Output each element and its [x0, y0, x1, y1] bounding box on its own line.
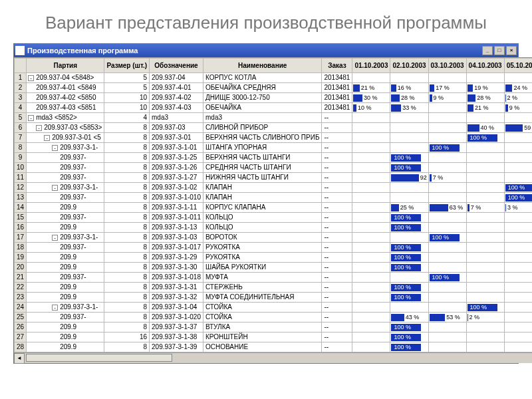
- cell-party[interactable]: 209.937-: [27, 272, 104, 282]
- cell-size[interactable]: 8: [104, 142, 150, 152]
- cell-size[interactable]: 8: [104, 232, 150, 242]
- cell-naim[interactable]: МУФТА СОЕДИНИТЕЛЬНАЯ: [203, 292, 321, 302]
- table-row[interactable]: 20209.98209.937-3-1-30ШАЙБА РУКОЯТКИ--10…: [15, 262, 533, 272]
- cell-date-0[interactable]: [352, 172, 390, 182]
- cell-date-4[interactable]: 2 %: [504, 92, 532, 102]
- table-row[interactable]: 6-209.937-03 <5853>8209.937-03СЛИВНОЙ ПР…: [15, 122, 533, 132]
- cell-naim[interactable]: ОБЕЧАЙКА СРЕДНЯЯ: [203, 82, 321, 92]
- cell-zakaz[interactable]: --: [322, 122, 352, 132]
- cell-date-4[interactable]: [504, 242, 532, 252]
- table-row[interactable]: 8-209.937-3-1-8209.937-3-1-01ШТАНГА УПОР…: [15, 142, 533, 152]
- cell-date-2[interactable]: 9 %: [428, 92, 466, 102]
- row-number[interactable]: 6: [15, 122, 27, 132]
- col-party[interactable]: Партия: [27, 58, 104, 72]
- table-row[interactable]: 16209.98209.937-3-1-13КОЛЬЦО--100 %: [15, 222, 533, 232]
- cell-zakaz[interactable]: 2013481: [322, 92, 352, 102]
- cell-date-1[interactable]: 100 %: [390, 152, 428, 162]
- cell-oboz[interactable]: 209.937-3-1-01: [150, 142, 203, 152]
- cell-date-2[interactable]: [428, 342, 466, 352]
- cell-naim[interactable]: КОЛЬЦО: [203, 222, 321, 232]
- cell-oboz[interactable]: 209.937-3-1-29: [150, 252, 203, 262]
- cell-naim[interactable]: КОЛЬЦО: [203, 212, 321, 222]
- cell-date-0[interactable]: [352, 182, 390, 192]
- cell-date-4[interactable]: [504, 252, 532, 262]
- cell-date-2[interactable]: [428, 72, 466, 82]
- cell-date-3[interactable]: 28 %: [466, 92, 504, 102]
- cell-date-3[interactable]: 100 %: [466, 132, 504, 142]
- cell-date-1[interactable]: 100 %: [390, 282, 428, 292]
- cell-date-4[interactable]: [504, 272, 532, 282]
- minimize-button[interactable]: _: [482, 46, 493, 55]
- cell-oboz[interactable]: 209.937-3-1-38: [150, 332, 203, 342]
- cell-naim[interactable]: СЛИВНОЙ ПРИБОР: [203, 122, 321, 132]
- table-row[interactable]: 5-mda3 <5852>4mda3mda3--: [15, 112, 533, 122]
- cell-date-1[interactable]: 100 %: [390, 162, 428, 172]
- row-number[interactable]: 12: [15, 182, 27, 192]
- cell-date-4[interactable]: [504, 162, 532, 172]
- cell-zakaz[interactable]: --: [322, 322, 352, 332]
- cell-date-2[interactable]: [428, 332, 466, 342]
- row-number[interactable]: 23: [15, 292, 27, 302]
- table-row[interactable]: 23209.98209.937-3-1-32МУФТА СОЕДИНИТЕЛЬН…: [15, 292, 533, 302]
- cell-date-4[interactable]: [504, 282, 532, 292]
- row-number[interactable]: 14: [15, 202, 27, 212]
- cell-party[interactable]: 209.937-: [27, 152, 104, 162]
- cell-size[interactable]: 8: [104, 192, 150, 202]
- cell-date-0[interactable]: [352, 312, 390, 322]
- cell-date-0[interactable]: [352, 272, 390, 282]
- cell-size[interactable]: 8: [104, 292, 150, 302]
- cell-date-1[interactable]: 100 %: [390, 222, 428, 232]
- cell-oboz[interactable]: 209.937-3-1-020: [150, 312, 203, 322]
- cell-date-2[interactable]: [428, 122, 466, 132]
- cell-party[interactable]: 209.937-: [27, 162, 104, 172]
- cell-party[interactable]: 209.9: [27, 222, 104, 232]
- cell-date-2[interactable]: 17 %: [428, 82, 466, 92]
- cell-naim[interactable]: ВОРОТОК: [203, 232, 321, 242]
- cell-date-1[interactable]: 16 %: [390, 82, 428, 92]
- cell-date-0[interactable]: [352, 122, 390, 132]
- table-row[interactable]: 7-209.937-3-01 <58209.937-3-01ВЕРХНЯЯ ЧА…: [15, 132, 533, 142]
- cell-date-1[interactable]: 28 %: [390, 92, 428, 102]
- row-number[interactable]: 22: [15, 282, 27, 292]
- table-row[interactable]: 2209.937-4-01 <58495209.937-4-01ОБЕЧАЙКА…: [15, 82, 533, 92]
- cell-zakaz[interactable]: --: [322, 212, 352, 222]
- cell-date-1[interactable]: 100 %: [390, 252, 428, 262]
- cell-date-2[interactable]: [428, 262, 466, 272]
- cell-date-1[interactable]: [390, 192, 428, 202]
- table-row[interactable]: 15209.937-8209.937-3-1-011КОЛЬЦО--100 %: [15, 212, 533, 222]
- cell-party[interactable]: -209.937-03 <5853>: [27, 122, 104, 132]
- row-number[interactable]: 28: [15, 342, 27, 352]
- cell-zakaz[interactable]: --: [322, 292, 352, 302]
- table-row[interactable]: 17-209.937-3-1-8209.937-3-1-03ВОРОТОК--1…: [15, 232, 533, 242]
- cell-party[interactable]: 209.9: [27, 252, 104, 262]
- row-number[interactable]: 1: [15, 72, 27, 82]
- cell-oboz[interactable]: 209.937-3-1-26: [150, 162, 203, 172]
- cell-date-1[interactable]: [390, 132, 428, 142]
- cell-party[interactable]: -209.937-04 <5848>: [27, 72, 104, 82]
- cell-oboz[interactable]: 209.937-4-03: [150, 102, 203, 112]
- cell-size[interactable]: 8: [104, 282, 150, 292]
- cell-date-4[interactable]: [504, 152, 532, 162]
- cell-date-4[interactable]: [504, 232, 532, 242]
- cell-date-3[interactable]: [466, 342, 504, 352]
- cell-date-3[interactable]: [466, 72, 504, 82]
- table-row[interactable]: 14209.98209.937-3-1-11КОРПУС КЛАПАНА--25…: [15, 202, 533, 212]
- cell-party[interactable]: -209.937-3-1-: [27, 302, 104, 312]
- cell-size[interactable]: 8: [104, 302, 150, 312]
- col-date-2[interactable]: 03.10.2003: [428, 58, 466, 72]
- cell-size[interactable]: 8: [104, 122, 150, 132]
- cell-date-3[interactable]: [466, 282, 504, 292]
- cell-naim[interactable]: СТОЙКА: [203, 312, 321, 322]
- cell-date-0[interactable]: [352, 112, 390, 122]
- col-zakaz[interactable]: Заказ: [322, 58, 352, 72]
- cell-date-4[interactable]: 59 %: [504, 122, 532, 132]
- cell-oboz[interactable]: 209.937-3-1-13: [150, 222, 203, 232]
- table-row[interactable]: 21209.937-8209.937-3-1-018МУФТА--100 %: [15, 272, 533, 282]
- cell-zakaz[interactable]: --: [322, 222, 352, 232]
- maximize-button[interactable]: □: [494, 46, 505, 55]
- col-date-0[interactable]: 01.10.2003: [352, 58, 390, 72]
- cell-oboz[interactable]: 209.937-4-01: [150, 82, 203, 92]
- cell-size[interactable]: 8: [104, 222, 150, 232]
- cell-date-4[interactable]: [504, 262, 532, 272]
- cell-size[interactable]: 8: [104, 252, 150, 262]
